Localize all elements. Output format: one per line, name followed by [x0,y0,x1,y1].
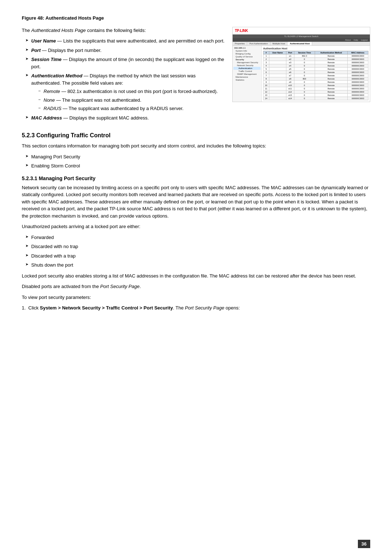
table-cell-10-0: 11 [264,87,269,90]
table-cell-1-0: 2 [264,57,269,61]
sidebar-system-info[interactable]: System Info [233,49,261,52]
field-session-time: Session Time — Displays the amount of ti… [25,56,225,70]
table-cell-7-0: 8 [264,77,269,80]
table-cell-4-1 [269,67,286,70]
table-cell-12-5: 000000C0003 [347,93,368,97]
tplink-model: TL-SL3428 L2 Management Switch [233,35,370,38]
section-523-topics: Managing Port Security Enabling Storm Co… [25,153,370,170]
table-row: 8e8803Remote000000C0003 [264,77,368,80]
sidebar-statistics[interactable]: Statistics [233,78,261,81]
table-cell-6-5: 000000C0003 [347,74,368,77]
table-cell-5-3: 0 [294,70,315,74]
sidebar-maintenance[interactable]: Maintenance [233,76,261,78]
auth-method-remote: Remote — 802.1x authentication is not us… [38,88,225,95]
tplink-table: # User Name Port Session Time Authentica… [263,51,368,100]
sidebar-authentication[interactable]: Authentication [233,67,261,70]
auth-method-values: Remote — 802.1x authentication is not us… [38,88,225,112]
table-cell-8-5: 000000C0003 [347,80,368,84]
nav-about[interactable]: About [345,39,351,41]
sidebar-network-security[interactable]: Network Security [233,64,261,67]
auth-method-radius: RADIUS — The supplicant was authenticate… [38,105,225,112]
page-number: 36 [358,540,370,548]
table-cell-7-5: 000000C0003 [347,77,368,80]
table-cell-12-3: 0 [294,93,315,97]
table-cell-10-1 [269,87,286,90]
option-shutdown: Shuts down the port [25,262,370,269]
tplink-screenshot: TP-LINK TL-SL3428 L2 Management Switch A… [232,27,370,102]
table-cell-5-4: Remote [315,70,347,74]
section-5231-para3: Disabled ports are activated from the Po… [22,283,370,290]
table-cell-10-2: e11 [286,87,294,90]
table-row: 4e40Remote000000C0003 [264,64,368,67]
table-cell-13-0: 14 [264,97,269,100]
tplink-sidebar: 192.168.1.1 System Info Bridging Config … [233,46,262,102]
sidebar-snmp[interactable]: SNMP Management [233,73,261,76]
table-row: 2e20Remote000000C0003 [264,57,368,61]
table-cell-8-4: Remote [315,80,347,84]
table-cell-0-4: Remote [315,54,347,57]
table-cell-2-4: Remote [315,61,347,64]
table-cell-2-3: 0 [294,61,315,64]
section-523-intro: This section contains information for ma… [22,142,370,150]
table-row: 7e70Remote000000C0003 [264,74,368,77]
topic-port-security: Managing Port Security [25,153,370,161]
table-cell-2-5: 000000C0003 [347,61,368,64]
tplink-header: TP-LINK [233,27,370,35]
nav-help[interactable]: Help [354,39,358,41]
text-content: The Authenticated Hosts Page contains th… [22,27,225,125]
auth-method-none: None — The supplicant was not authentica… [38,97,225,104]
table-cell-4-3: 0 [294,67,315,70]
table-row: 14e140Remote000000C0003 [264,97,368,100]
unauthorized-options: Forwarded Discarded with no trap Discard… [25,234,370,269]
table-cell-10-4: Remote [315,87,347,90]
table-row: 1e1802.3Remote000000C0003 [264,54,368,57]
table-cell-11-1 [269,90,286,93]
table-cell-12-4: Remote [315,93,347,97]
table-row: 11e110Remote000000C0003 [264,87,368,90]
table-cell-11-2: e12 [286,90,294,93]
sidebar-mgmt-security[interactable]: Management Security [233,61,261,64]
table-row: 10e100Remote000000C0003 [264,84,368,87]
col-mac: MAC Address [347,51,368,54]
table-row: 9e90Remote000000C0003 [264,80,368,84]
table-cell-5-0: 6 [264,70,269,74]
table-cell-4-2: e5 [286,67,294,70]
sidebar-qos[interactable]: Quality of Service [233,55,261,58]
table-cell-13-5: 000000C0003 [347,97,368,100]
table-cell-12-1 [269,93,286,97]
table-cell-12-2: e13 [286,93,294,97]
table-cell-6-1 [269,74,286,77]
intro-paragraph: The Authenticated Hosts Page contains th… [22,27,225,34]
col-username: User Name [269,51,286,54]
table-cell-4-4: Remote [315,67,347,70]
table-cell-4-5: 000000C0003 [347,67,368,70]
table-cell-9-5: 000000C0003 [347,84,368,87]
sidebar-security[interactable]: Security [233,58,261,61]
table-cell-5-2: e6 [286,70,294,74]
table-cell-13-3: 0 [294,97,315,100]
col-port: Port [286,51,294,54]
table-row: 6e60Remote000000C0003 [264,70,368,74]
sidebar-ip[interactable]: 192.168.1.1 [233,46,261,49]
tab-port-auth[interactable]: Port Authentication [247,42,270,45]
table-cell-11-4: Remote [315,90,347,93]
table-cell-9-3: 0 [294,84,315,87]
nav-logout[interactable]: Logout [361,39,368,41]
table-cell-9-0: 10 [264,84,269,87]
table-cell-6-4: Remote [315,74,347,77]
table-cell-2-0: 3 [264,61,269,64]
tab-multiple-host[interactable]: Multiple Host [270,42,288,45]
section-5231-para4: To view port security parameters: [22,294,370,301]
section-5231-para2: Locked port security also enables storin… [22,272,370,280]
table-cell-3-4: Remote [315,64,347,67]
table-cell-11-3: 0 [294,90,315,93]
sidebar-traffic-control[interactable]: Traffic Control [233,70,261,73]
tplink-section-title: Authentication Host [263,47,368,50]
tab-properties[interactable]: Properties [233,42,247,45]
sidebar-bridging[interactable]: Bridging Config [233,52,261,55]
section-5231-title: 5.2.3.1 Managing Port Security [22,175,370,181]
tab-auth-host[interactable]: Authenticated Host [287,42,312,45]
table-cell-8-2: e9 [286,80,294,84]
table-cell-13-2: e14 [286,97,294,100]
table-cell-3-5: 000000C0003 [347,64,368,67]
